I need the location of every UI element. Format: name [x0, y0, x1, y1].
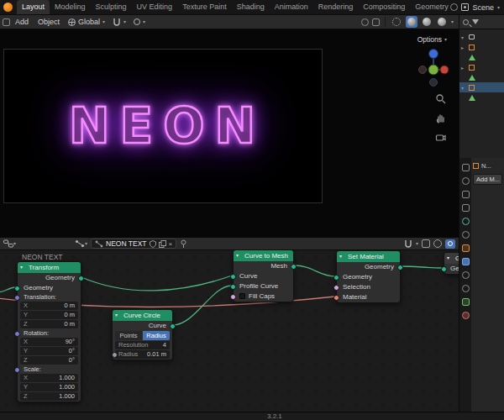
socket-radius-input[interactable] — [112, 352, 118, 358]
filter-icon[interactable] — [472, 19, 479, 24]
disclosure-icon[interactable]: ▸ — [461, 65, 466, 71]
search-icon[interactable] — [463, 19, 469, 25]
options-dropdown[interactable]: Options ▾ — [417, 35, 447, 44]
object-name[interactable]: N... — [481, 162, 491, 170]
field-resolution[interactable]: Resolution4 — [115, 341, 170, 349]
navigation-gizmo[interactable] — [417, 46, 450, 87]
shading-wireframe-button[interactable] — [391, 16, 402, 28]
render-tab-icon[interactable] — [462, 177, 470, 185]
disclosure-icon[interactable]: ▾ — [461, 85, 466, 91]
field-translation-z[interactable]: Z0 m — [20, 320, 78, 328]
outliner-row-collection[interactable]: ▾ — [459, 32, 504, 42]
socket-selection-input[interactable] — [333, 285, 339, 291]
view-layer-tab-icon[interactable] — [462, 204, 470, 212]
node-set-material-header[interactable]: ▾Set Material — [337, 251, 400, 262]
add-menu[interactable]: Add — [11, 15, 33, 29]
fake-user-shield-icon[interactable] — [150, 240, 156, 248]
node-tree-name-field[interactable]: NEON TEXT × — [91, 239, 176, 249]
node-curve-circle[interactable]: ▾Curve Circle Curve Points Radius Resolu… — [112, 309, 173, 360]
proportional-edit-toggle[interactable]: ▾ — [130, 16, 149, 28]
socket-geometry-input[interactable] — [14, 286, 20, 291]
outliner-row-mesh[interactable] — [459, 72, 504, 82]
outliner-row-mesh[interactable] — [459, 52, 504, 62]
unlink-icon[interactable]: × — [169, 240, 173, 248]
field-translation-y[interactable]: Y0 m — [20, 311, 78, 319]
field-scale-z[interactable]: Z1.000 — [20, 392, 78, 401]
socket-geometry-output[interactable] — [78, 276, 84, 281]
viewport-3d[interactable]: NEON Options ▾ — [0, 29, 459, 238]
tab-animation[interactable]: Animation — [270, 0, 313, 14]
socket-geometry-input[interactable] — [441, 266, 447, 272]
node-curve-to-mesh-header[interactable]: ▾Curve to Mesh — [234, 250, 293, 261]
collapse-arrow-icon[interactable]: ▾ — [20, 262, 23, 273]
world-tab-icon[interactable] — [462, 231, 470, 239]
tab-texture-paint[interactable]: Texture Paint — [177, 0, 232, 14]
scene-tab-icon[interactable] — [462, 218, 470, 225]
tab-geometry-nodes[interactable]: Geometry Nodes — [410, 0, 450, 14]
magnet-icon[interactable] — [404, 239, 412, 248]
tab-sculpting[interactable]: Sculpting — [91, 0, 132, 14]
outliner-row-object[interactable]: ▸ — [459, 62, 504, 72]
outliner-row-selected-object[interactable]: ▾ — [459, 82, 504, 92]
collapse-arrow-icon[interactable]: ▾ — [236, 250, 239, 261]
mode-points-button[interactable]: Points — [115, 331, 142, 340]
transform-orientation-dropdown[interactable]: Global ▾ — [65, 16, 108, 28]
tab-modeling[interactable]: Modeling — [50, 0, 91, 14]
pin-icon[interactable] — [180, 239, 187, 249]
field-rotation-x[interactable]: X90° — [20, 338, 78, 346]
outliner-row-object[interactable]: ▸ — [459, 42, 504, 52]
field-radius[interactable]: Radius0.01 m — [115, 350, 170, 359]
tab-layout[interactable]: Layout — [17, 0, 50, 14]
shading-rendered-button[interactable] — [436, 16, 448, 28]
chevron-down-icon[interactable]: ▾ — [13, 241, 16, 246]
field-rotation-y[interactable]: Y0° — [20, 347, 78, 355]
socket-curve-input[interactable] — [230, 274, 236, 280]
browse-scene-icon[interactable] — [450, 3, 458, 11]
material-tab-icon[interactable] — [462, 312, 470, 319]
tab-compositing[interactable]: Compositing — [358, 0, 410, 14]
field-scale-x[interactable]: X1.000 — [20, 374, 78, 382]
fill-caps-checkbox[interactable] — [239, 293, 245, 299]
overlays-toggle-active[interactable] — [445, 239, 455, 249]
field-translation-x[interactable]: X0 m — [20, 302, 78, 310]
editor-type-icon[interactable] — [3, 18, 10, 26]
add-modifier-button[interactable]: Add M... — [473, 174, 502, 185]
node-curve-to-mesh[interactable]: ▾Curve to Mesh Mesh Curve Profile Curve … — [233, 250, 294, 302]
output-tab-icon[interactable] — [462, 191, 470, 198]
auto-offset-icon[interactable] — [433, 239, 442, 248]
field-scale-y[interactable]: Y1.000 — [20, 383, 78, 391]
particles-tab-icon[interactable] — [462, 271, 470, 279]
node-set-material[interactable]: ▾Set Material Geometry Geometry Selectio… — [336, 250, 401, 303]
overlays-toggle-icon[interactable] — [372, 18, 380, 26]
physics-tab-icon[interactable] — [462, 285, 470, 292]
chevron-down-icon[interactable]: ▾ — [416, 241, 418, 246]
collapse-arrow-icon[interactable]: ▾ — [339, 251, 342, 262]
object-tab-icon[interactable] — [462, 244, 470, 252]
node-tree-name[interactable]: NEON TEXT — [106, 239, 147, 248]
shading-solid-button[interactable] — [406, 16, 417, 28]
socket-rotation-input[interactable] — [14, 331, 20, 337]
modifiers-tab-icon[interactable] — [462, 258, 470, 265]
socket-mesh-output[interactable] — [291, 264, 297, 270]
tab-uv-editing[interactable]: UV Editing — [132, 0, 178, 14]
shading-material-button[interactable] — [421, 16, 433, 28]
tab-shading[interactable]: Shading — [232, 0, 270, 14]
gizmo-toggle-icon[interactable] — [361, 18, 369, 26]
socket-material-input[interactable] — [333, 295, 339, 301]
object-data-tab-icon[interactable] — [462, 298, 470, 306]
copy-icon[interactable] — [159, 240, 166, 248]
collapse-arrow-icon[interactable]: ▾ — [115, 310, 118, 321]
chevron-down-icon[interactable]: ▾ — [451, 19, 454, 24]
mode-radius-button[interactable]: Radius — [143, 331, 170, 340]
camera-icon[interactable] — [435, 132, 446, 143]
outliner-panel[interactable]: ▾ ▸ ▸ ▾ — [459, 29, 504, 158]
snapping-dropdown[interactable]: ▾ — [109, 16, 129, 28]
socket-geometry-output[interactable] — [397, 265, 403, 270]
blender-logo-icon[interactable] — [3, 3, 13, 12]
scene-name[interactable]: Scene — [472, 3, 494, 12]
node-canvas[interactable]: NEON TEXT ▾Transform Geometry Geometry T… — [0, 250, 459, 412]
tab-rendering[interactable]: Rendering — [313, 0, 359, 14]
tool-tab-icon[interactable] — [462, 164, 470, 171]
zoom-icon[interactable] — [435, 93, 446, 104]
chevron-down-icon[interactable]: ▾ — [497, 5, 500, 10]
